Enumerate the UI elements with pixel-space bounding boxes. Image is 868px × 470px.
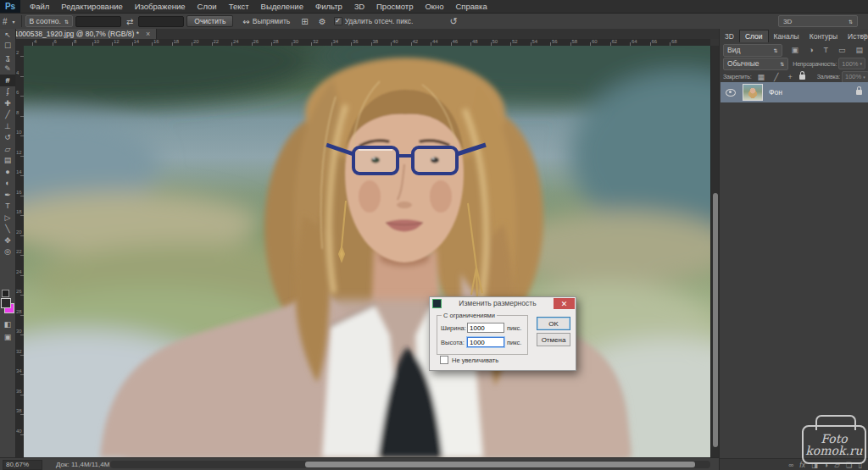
crop-tool-icon[interactable]: # [0, 75, 15, 86]
lock-all-icon[interactable] [799, 75, 805, 80]
layer-thumbnail[interactable] [743, 84, 763, 101]
hand-tool-icon[interactable]: ✥ [0, 235, 15, 246]
ruler-tick-label: 2 [16, 50, 19, 55]
crop-tool-icon[interactable]: # [0, 17, 10, 26]
delete-layer-icon[interactable]: ▯ [858, 461, 862, 469]
panel-tab-каналы[interactable]: Каналы [769, 30, 804, 42]
eraser-tool-icon[interactable]: ▱ [0, 143, 15, 155]
menu-item-просмотр[interactable]: Просмотр [370, 0, 419, 13]
ok-button[interactable]: OK [537, 317, 570, 330]
width-input[interactable] [467, 323, 504, 333]
vertical-scrollbar-thumb[interactable] [713, 193, 718, 447]
ruler-tick-label: 54 [532, 39, 538, 44]
menu-item-выделение[interactable]: Выделение [255, 0, 309, 13]
delete-cropped-checkbox[interactable]: ✓ [334, 17, 342, 25]
layer-visibility-eye-icon[interactable] [726, 89, 736, 97]
horizontal-scrollbar-thumb[interactable] [305, 462, 695, 467]
height-input[interactable] [467, 337, 504, 347]
blend-mode-value: Обычные [727, 59, 760, 68]
cancel-button[interactable]: Отмена [537, 333, 570, 346]
pen-tool-icon[interactable]: ✒ [0, 189, 15, 201]
menu-item-файл[interactable]: Файл [24, 0, 55, 13]
foreground-color-swatch[interactable] [1, 298, 11, 308]
close-tab-icon[interactable]: × [146, 30, 150, 38]
type-tool-icon[interactable]: T [0, 201, 15, 213]
tool-preset-caret-icon[interactable]: ▾ [10, 19, 18, 25]
menu-item-окно[interactable]: Окно [419, 0, 449, 13]
zoom-tool-icon[interactable]: ◎ [0, 246, 15, 258]
layer-group-icon[interactable]: ▱ [834, 461, 840, 469]
no-enlarge-checkbox[interactable] [440, 356, 448, 364]
move-tool-icon[interactable]: ↖ [0, 29, 15, 41]
layer-row-background[interactable]: Фон [721, 82, 868, 102]
menu-item-3d[interactable]: 3D [348, 0, 370, 13]
options-bar: # ▾ В соотно. ⇅ ⇄ Очистить ↭ Выпрямить ⊞… [0, 14, 868, 30]
healing-brush-tool-icon[interactable]: ✚ [0, 97, 15, 109]
link-layers-icon[interactable]: ∞ [788, 461, 793, 469]
layer-mask-icon[interactable]: ◨ [811, 461, 818, 469]
menu-item-редактирование[interactable]: Редактирование [55, 0, 128, 13]
filter-shape-icon[interactable]: ▭ [836, 46, 849, 54]
crop-overlay-grid-icon[interactable]: ⊞ [298, 17, 310, 26]
crop-ratio-dropdown[interactable]: В соотно. ⇅ [25, 15, 73, 27]
horizontal-scrollbar[interactable] [110, 461, 710, 468]
filter-smart-object-icon[interactable]: ▤ [853, 46, 865, 54]
lasso-tool-icon[interactable]: ʓ [0, 52, 15, 64]
ruler-tick-label: 20 [16, 229, 22, 235]
lock-transparency-icon[interactable]: ▦ [754, 73, 767, 81]
menu-item-справка[interactable]: Справка [450, 0, 493, 13]
path-selection-tool-icon[interactable]: ▷ [0, 212, 15, 224]
ruler-tick-label: 34 [16, 368, 22, 373]
layer-filter-dropdown[interactable]: Вид ⇅ [723, 44, 782, 57]
shape-tool-icon[interactable]: ╲ [0, 224, 15, 235]
menu-item-слои[interactable]: Слои [192, 0, 223, 13]
straighten-icon[interactable]: ↭ [240, 17, 252, 26]
panel-tab-контуры[interactable]: Контуры [804, 30, 843, 42]
fill-dropdown[interactable]: 100% ▾ [842, 71, 868, 83]
document-tab[interactable]: m-1000538_1920.jpg @ 80,7% (RGB/8) * × [0, 29, 157, 39]
marquee-tool-icon[interactable]: ☐ [0, 41, 15, 53]
canvas-image[interactable] [24, 46, 710, 457]
quick-selection-tool-icon[interactable]: ✎ [0, 64, 15, 75]
color-swatches[interactable] [1, 298, 14, 313]
dialog-close-button[interactable]: ✕ [554, 298, 575, 309]
opacity-dropdown[interactable]: 100% ▾ [838, 58, 865, 69]
eyedropper-tool-icon[interactable]: ʄ [0, 86, 15, 98]
zoom-level-field[interactable]: 80,67% [3, 460, 42, 470]
history-brush-tool-icon[interactable]: ↺ [0, 132, 15, 144]
layer-style-icon[interactable]: fx [799, 461, 805, 469]
menu-item-фильтр[interactable]: Фильтр [309, 0, 348, 13]
gradient-tool-icon[interactable]: ▤ [0, 155, 15, 167]
filter-adjustment-icon[interactable]: ◑ [806, 46, 815, 54]
lock-position-icon[interactable]: + [785, 73, 794, 81]
ruler-tick-label: 26 [16, 289, 22, 294]
crop-width-input[interactable] [75, 16, 121, 27]
clone-stamp-tool-icon[interactable]: ⊥ [0, 120, 15, 132]
dialog-title-bar[interactable]: Изменить размерность ✕ [430, 297, 576, 309]
filter-pixel-icon[interactable]: ▣ [789, 46, 802, 54]
panel-tab-3d[interactable]: 3D [720, 30, 739, 42]
crop-settings-gear-icon[interactable]: ⚙ [316, 17, 329, 26]
photoshop-window: Ps ФайлРедактированиеИзображениеСлоиТекс… [0, 0, 868, 470]
clear-button[interactable]: Очистить [186, 15, 233, 27]
panel-menu-icon[interactable]: ▾≡ [860, 32, 867, 40]
lock-pixels-icon[interactable]: ╱ [771, 73, 781, 81]
default-colors-icon[interactable] [2, 290, 9, 297]
workspace-dropdown[interactable]: 3D ⇅ [778, 15, 858, 27]
filter-type-icon[interactable]: T [821, 46, 831, 54]
dodge-tool-icon[interactable]: ◐ [0, 178, 15, 190]
blend-mode-dropdown[interactable]: Обычные ⇅ [723, 58, 788, 70]
menu-item-текст[interactable]: Текст [223, 0, 255, 13]
screen-mode-icon[interactable]: ▣ [0, 331, 15, 342]
swap-dimensions-icon[interactable]: ⇄ [124, 17, 136, 26]
new-layer-icon[interactable]: ❏ [846, 461, 853, 469]
adjustment-layer-icon[interactable]: ◑ [824, 461, 828, 469]
menu-item-изображение[interactable]: Изображение [129, 0, 192, 13]
blur-tool-icon[interactable]: ● [0, 166, 15, 178]
panel-tab-слои[interactable]: Слои [739, 30, 769, 42]
brush-tool-icon[interactable]: ╱ [0, 109, 15, 121]
quick-mask-icon[interactable]: ◧ [0, 318, 15, 329]
ruler-tick-label: 18 [16, 209, 22, 214]
crop-height-input[interactable] [138, 16, 184, 27]
reset-icon[interactable]: ↺ [447, 16, 459, 27]
